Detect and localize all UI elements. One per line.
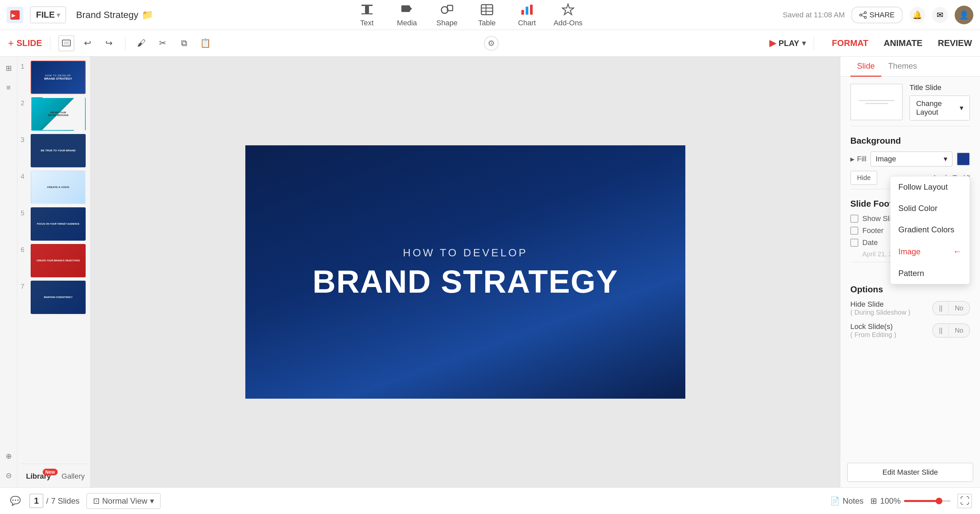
slide-thumbnail-6[interactable]: CREATE YOUR BRAND'S OBJECTIVES bbox=[31, 244, 86, 277]
paste-btn[interactable]: 📋 bbox=[197, 35, 213, 51]
dropdown-solid-color[interactable]: Solid Color bbox=[890, 198, 970, 219]
slide-thumbnail-7[interactable]: MAINTAIN CONSISTENCY bbox=[31, 281, 86, 314]
tab-themes[interactable]: Themes bbox=[881, 57, 924, 77]
copy-btn[interactable]: ⧉ bbox=[176, 35, 192, 51]
cut-btn[interactable]: ✂ bbox=[155, 35, 171, 51]
toolbar-media[interactable]: Media bbox=[394, 3, 420, 27]
hide-button[interactable]: Hide bbox=[850, 171, 877, 185]
left-icon-layout[interactable]: ≡ bbox=[2, 81, 15, 94]
show-slide-checkbox[interactable] bbox=[850, 215, 858, 223]
lock-slide-row: Lock Slide(s) ( From Editing ) || No bbox=[850, 322, 970, 339]
lock-slide-toggle[interactable]: || No bbox=[932, 323, 970, 338]
slide-view-btn[interactable] bbox=[58, 35, 74, 51]
gallery-tab[interactable]: Gallery bbox=[56, 469, 90, 483]
slide-thumb-2[interactable]: 2 DEFINE YOUR BRAND MESSAGE bbox=[21, 97, 87, 130]
toolbar-addons[interactable]: Add-Ons bbox=[554, 3, 583, 27]
play-button[interactable]: ▶ PLAY ▾ bbox=[769, 38, 806, 48]
change-layout-button[interactable]: Change Layout ▾ bbox=[909, 95, 970, 121]
svg-line-19 bbox=[862, 13, 865, 14]
tab-slide[interactable]: Slide bbox=[850, 57, 881, 77]
slide-thumbnail-4[interactable]: CREATE A VOICE bbox=[31, 171, 86, 204]
edit-master-slide-button[interactable]: Edit Master Slide bbox=[847, 463, 973, 482]
date-label: Date bbox=[862, 238, 878, 247]
svg-line-20 bbox=[862, 15, 865, 17]
slide-current-badge: 1 bbox=[29, 494, 43, 508]
toolbar-table[interactable]: Table bbox=[474, 3, 500, 27]
chat-icon[interactable]: 💬 bbox=[8, 494, 23, 508]
slide-total: / bbox=[46, 496, 48, 506]
file-button[interactable]: FILE ▾ bbox=[30, 6, 66, 23]
slide-thumb-6[interactable]: 6 CREATE YOUR BRAND'S OBJECTIVES bbox=[21, 244, 87, 277]
left-icon-slides[interactable]: ⊞ bbox=[2, 62, 15, 75]
slide-canvas[interactable]: HOW TO DEVELOP BRAND STRATEGY bbox=[245, 145, 685, 399]
selected-arrow-icon: ← bbox=[953, 246, 962, 257]
slide-thumb-4[interactable]: 4 CREATE A VOICE bbox=[21, 171, 87, 204]
left-icon-expand[interactable]: ⊕ bbox=[2, 450, 15, 463]
main-content: ⊞ ≡ ⊕ ⊝ 1 HOW TO DEVELOP BRAND STRATEGY … bbox=[0, 57, 980, 487]
slide-thumbnail-2[interactable]: DEFINE YOUR BRAND MESSAGE bbox=[31, 97, 86, 130]
separator-3 bbox=[814, 37, 814, 50]
slide-thumbnail-1[interactable]: HOW TO DEVELOP BRAND STRATEGY bbox=[31, 60, 86, 94]
user-avatar[interactable]: 👤 bbox=[955, 6, 973, 24]
toolbar-text[interactable]: Text bbox=[354, 3, 380, 27]
gear-btn[interactable]: ⚙ bbox=[484, 36, 499, 51]
zoom-slider[interactable] bbox=[904, 500, 951, 502]
add-slide-button[interactable]: + SLIDE bbox=[8, 38, 42, 49]
left-icon-collapse[interactable]: ⊝ bbox=[2, 469, 15, 482]
view-selector[interactable]: ⊡ Normal View ▾ bbox=[86, 493, 161, 509]
grid-icon: ⊞ bbox=[870, 496, 877, 506]
zoom-control: ⊞ 100% bbox=[870, 496, 951, 506]
view-icon: ⊡ bbox=[93, 496, 100, 506]
slide-thumb-5[interactable]: 5 FOCUS ON YOUR TARGET AUDIENCE bbox=[21, 207, 87, 241]
dropdown-follow-layout[interactable]: Follow Layout bbox=[890, 176, 970, 198]
fill-triangle-icon: ▶ bbox=[850, 156, 854, 162]
notes-label: Notes bbox=[843, 496, 864, 506]
redo-btn[interactable]: ↪ bbox=[101, 35, 117, 51]
main-toolbar: Text Media Shape Table Chart Add-Ons bbox=[160, 3, 776, 27]
undo-btn[interactable]: ↩ bbox=[80, 35, 95, 51]
hide-slide-toggle[interactable]: || No bbox=[932, 301, 970, 315]
email-icon[interactable]: ✉ bbox=[932, 7, 948, 23]
slide-thumbnail-5[interactable]: FOCUS ON YOUR TARGET AUDIENCE bbox=[31, 207, 86, 241]
svg-rect-2 bbox=[361, 5, 373, 6]
zoom-level: 100% bbox=[880, 496, 900, 506]
review-tab[interactable]: REVIEW bbox=[938, 38, 972, 48]
fill-label-text: Fill bbox=[857, 155, 866, 163]
svg-marker-6 bbox=[409, 6, 412, 11]
footer-label: Footer bbox=[862, 226, 884, 235]
top-bar: ▶ FILE ▾ Brand Strategy 📁 Text Media Sha… bbox=[0, 0, 980, 30]
fill-row: ▶ Fill Image ▾ bbox=[850, 151, 970, 167]
slide-thumb-7[interactable]: 7 MAINTAIN CONSISTENCY bbox=[21, 281, 87, 314]
zoom-thumb[interactable] bbox=[935, 498, 942, 504]
animate-tab[interactable]: ANIMATE bbox=[884, 38, 923, 48]
top-right-controls: Saved at 11:08 AM SHARE 🔔 ✉ 👤 bbox=[783, 6, 973, 24]
dropdown-gradient-colors[interactable]: Gradient Colors bbox=[890, 219, 970, 240]
left-icon-sidebar: ⊞ ≡ ⊕ ⊝ bbox=[0, 57, 18, 487]
format-tab[interactable]: FORMAT bbox=[832, 38, 868, 48]
slide-thumb-3[interactable]: 3 BE TRUE TO YOUR BRAND bbox=[21, 134, 87, 167]
date-checkbox[interactable] bbox=[850, 239, 858, 247]
layout-preview: Title Slide Change Layout ▾ bbox=[850, 83, 970, 121]
toolbar-shape[interactable]: Shape bbox=[434, 3, 460, 27]
notes-button[interactable]: 📄 Notes bbox=[830, 496, 864, 506]
dropdown-image[interactable]: Image ← bbox=[890, 240, 970, 263]
view-chevron-icon: ▾ bbox=[150, 496, 154, 506]
toolbar-chart[interactable]: Chart bbox=[514, 3, 540, 27]
background-section-title: Background bbox=[850, 130, 970, 146]
slide-thumbnail-3[interactable]: BE TRUE TO YOUR BRAND bbox=[31, 134, 86, 167]
svg-rect-3 bbox=[365, 6, 369, 13]
lock-slide-label: Lock Slide(s) bbox=[850, 322, 896, 331]
notification-icon[interactable]: 🔔 bbox=[909, 7, 925, 23]
library-tab[interactable]: Library New bbox=[21, 469, 56, 483]
paint-format-btn[interactable]: 🖌 bbox=[133, 35, 150, 51]
footer-checkbox[interactable] bbox=[850, 227, 858, 235]
svg-rect-4 bbox=[361, 13, 373, 14]
share-button[interactable]: SHARE bbox=[851, 7, 903, 23]
divider-1 bbox=[850, 126, 970, 126]
svg-point-17 bbox=[864, 16, 866, 18]
fill-color-box[interactable] bbox=[957, 152, 970, 165]
fill-type-dropdown[interactable]: Image ▾ bbox=[870, 151, 953, 167]
slide-thumb-1[interactable]: 1 HOW TO DEVELOP BRAND STRATEGY bbox=[21, 60, 87, 94]
dropdown-pattern[interactable]: Pattern bbox=[890, 263, 970, 284]
fullscreen-button[interactable]: ⛶ bbox=[957, 494, 972, 508]
